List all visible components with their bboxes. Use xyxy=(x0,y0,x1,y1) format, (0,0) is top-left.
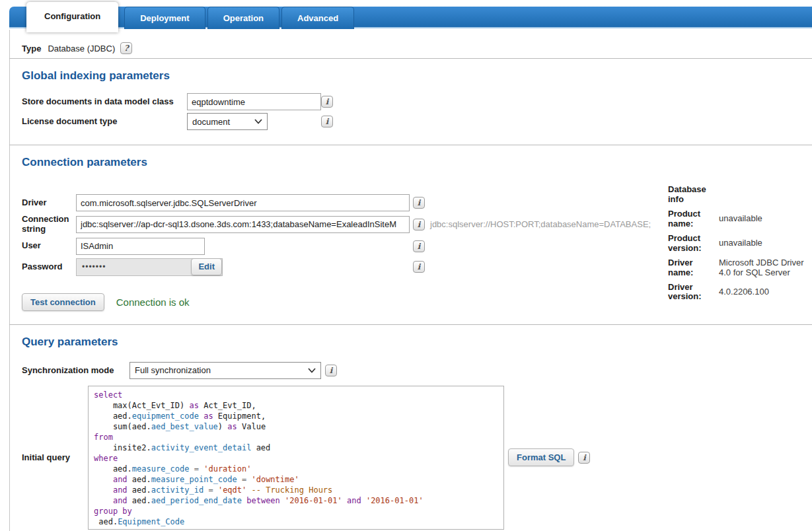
info-icon[interactable]: i xyxy=(321,96,333,108)
connection-string-input[interactable] xyxy=(76,216,410,233)
global-indexing-heading: Global indexing parameters xyxy=(22,69,812,83)
type-row: Type Database (JDBC) ? xyxy=(22,38,812,58)
initial-query-label: Initial query xyxy=(22,452,88,462)
database-info-panel: Database info Product name: unavailable … xyxy=(668,185,812,302)
tab-operation[interactable]: Operation xyxy=(207,7,279,29)
store-documents-row: Store documents in data model class i xyxy=(22,93,812,110)
help-icon[interactable]: ? xyxy=(120,42,132,54)
info-icon[interactable]: i xyxy=(413,219,425,230)
info-icon[interactable]: i xyxy=(321,116,333,127)
info-icon[interactable]: i xyxy=(578,452,590,464)
driver-label: Driver xyxy=(22,198,76,208)
user-label: User xyxy=(22,241,76,251)
license-document-type-value: document xyxy=(192,117,230,127)
store-documents-label: Store documents in data model class xyxy=(22,97,187,107)
driver-version-label: Driver version: xyxy=(668,283,714,302)
initial-query-editor[interactable]: select max(Act_Evt_ID) as Act_Evt_ID, ae… xyxy=(88,386,504,530)
driver-name-label: Driver name: xyxy=(668,258,714,278)
connection-string-hint: jdbc:sqlserver://HOST:PORT;databaseName=… xyxy=(430,219,651,229)
section-divider xyxy=(9,58,812,59)
section-divider xyxy=(9,324,812,325)
driver-name-value: Microsoft JDBC Driver 4.0 for SQL Server xyxy=(719,258,812,278)
chevron-down-icon xyxy=(308,368,316,373)
user-input[interactable] xyxy=(76,238,205,255)
license-document-type-select[interactable]: document xyxy=(187,113,268,130)
license-document-type-row: License document type document i xyxy=(22,113,812,130)
info-icon[interactable]: i xyxy=(413,240,425,252)
query-parameters-heading: Query parameters xyxy=(22,336,812,349)
password-label: Password xyxy=(22,262,76,272)
info-icon[interactable]: i xyxy=(325,365,337,376)
initial-query-row: Initial query select max(Act_Evt_ID) as … xyxy=(22,386,812,530)
tab-bar: Configuration Deployment Operation Advan… xyxy=(0,0,812,32)
tab-configuration[interactable]: Configuration xyxy=(26,2,118,32)
synchronization-mode-select[interactable]: Full synchronization xyxy=(129,362,321,379)
tab-deployment[interactable]: Deployment xyxy=(124,7,205,29)
driver-version-value: 4.0.2206.100 xyxy=(719,287,812,297)
info-icon[interactable]: i xyxy=(413,261,425,273)
section-divider xyxy=(9,145,812,145)
chevron-down-icon xyxy=(254,119,262,124)
license-document-type-label: License document type xyxy=(22,117,187,127)
test-connection-button[interactable]: Test connection xyxy=(22,293,104,311)
product-name-value: unavailable xyxy=(719,214,812,224)
connection-string-label: Connection string xyxy=(22,215,76,234)
product-version-label: Product version: xyxy=(668,234,714,254)
password-edit-button[interactable]: Edit xyxy=(191,258,222,275)
synchronization-mode-value: Full synchronization xyxy=(135,365,211,375)
product-name-label: Product name: xyxy=(668,209,714,229)
type-label: Type xyxy=(22,44,41,53)
connection-parameters-heading: Connection parameters xyxy=(22,156,812,169)
store-documents-input[interactable] xyxy=(187,93,321,110)
connection-status-text: Connection is ok xyxy=(116,297,190,308)
configuration-panel: Type Database (JDBC) ? Global indexing p… xyxy=(9,30,812,531)
driver-input[interactable] xyxy=(76,194,410,211)
synchronization-mode-label: Synchronization mode xyxy=(22,365,129,375)
product-version-value: unavailable xyxy=(719,238,812,248)
database-info-heading: Database info xyxy=(668,185,714,205)
format-sql-button[interactable]: Format SQL xyxy=(508,448,574,466)
tab-advanced[interactable]: Advanced xyxy=(281,7,354,29)
synchronization-mode-row: Synchronization mode Full synchronizatio… xyxy=(22,362,812,379)
info-icon[interactable]: i xyxy=(413,197,425,209)
type-value: Database (JDBC) xyxy=(48,44,115,53)
